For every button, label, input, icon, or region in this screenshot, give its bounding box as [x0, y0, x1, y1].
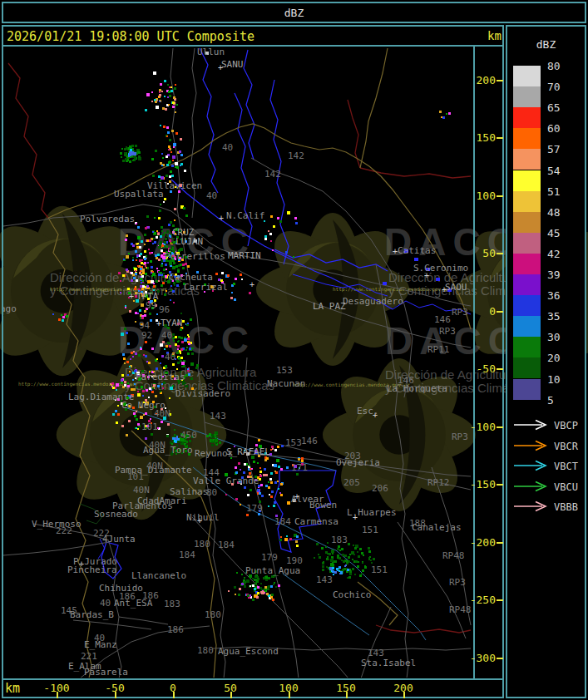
map-label: 146 — [398, 376, 414, 385]
map-label: Bowen — [309, 500, 337, 510]
x-axis-tick — [403, 692, 405, 698]
right-axis: 200150100500-50-100-150-200-250-300 — [474, 45, 504, 679]
legend-arrow-row: VBCU — [512, 481, 587, 494]
legend-arrow-label: VBCU — [554, 481, 578, 493]
map-label: Pareditas — [136, 372, 185, 382]
y-axis-tick — [497, 195, 503, 197]
map-label: L.Huarpes — [347, 508, 397, 517]
map-label-layer: UllunSANU14214240N.CalifVillavicenUspall… — [3, 47, 472, 678]
y-axis-tick — [497, 484, 503, 486]
dbz-swatch-20 — [513, 357, 541, 378]
map-label: Carrizal — [184, 283, 228, 292]
map-label: 143 — [368, 648, 384, 658]
map-label: 4Junta — [102, 535, 136, 544]
dbz-swatch-48 — [513, 212, 541, 233]
map-label: 40 — [100, 599, 111, 608]
dbz-scale-label: 45 — [547, 227, 561, 239]
dbz-swatch-57 — [513, 149, 541, 170]
x-axis-tick — [289, 692, 290, 698]
y-axis-tick — [497, 658, 503, 659]
dbz-scale-label: 65 — [547, 101, 561, 114]
map-label: Cochico — [333, 590, 371, 599]
legend-arrow-label: VBCT — [554, 461, 578, 472]
map-label: N.Calif — [226, 211, 264, 220]
y-axis-tick — [497, 542, 503, 544]
map-label: S.Geronimo — [413, 264, 468, 273]
map-label: 40 — [206, 191, 217, 200]
map-label: Valle Grande — [193, 476, 259, 486]
map-label: 96 — [159, 305, 170, 314]
map-label: Ant_ESA — [114, 599, 152, 608]
map-label: RP3 — [452, 432, 468, 441]
map-label: MARTIN — [228, 251, 261, 260]
dbz-swatch-51 — [513, 191, 541, 212]
map-label: Uspallata — [114, 190, 164, 199]
dbz-color-scale: 807065605754514845423936353020105 — [507, 27, 585, 459]
vector-arrow-legend: VBCP VBCR VBCT VBCU VBBB — [507, 409, 585, 559]
legend-arrow-row: VBCT — [512, 460, 587, 473]
map-label: 142 — [264, 170, 281, 179]
map-label: 153 — [285, 438, 302, 447]
map-label: Pincheira — [67, 565, 117, 574]
x-axis-tick — [173, 692, 175, 698]
dbz-scale-label: 57 — [547, 143, 561, 155]
map-label: RP3 — [449, 578, 466, 587]
map-label: 40N — [154, 409, 170, 418]
map-label: 180 — [205, 610, 221, 619]
vbcu-arrow-icon — [512, 481, 551, 492]
dbz-swatch-60 — [513, 128, 541, 149]
map-label: 80 — [206, 488, 217, 497]
map-label: 184 — [179, 550, 195, 560]
dbz-swatch-35 — [513, 316, 541, 337]
map-label: 151 — [371, 565, 388, 574]
map-label: 94 — [139, 321, 150, 330]
y-axis-tick-label: 50 — [467, 247, 496, 259]
map-label: Ovejeria — [336, 458, 380, 467]
map-label: TYAN — [161, 318, 183, 328]
radar-map-plot[interactable]: +++++++++++++ UllunSANU14214240N.CalifVi… — [3, 47, 472, 678]
y-axis-tick-label: -200 — [467, 536, 496, 549]
map-label: 99 — [146, 301, 156, 310]
map-label: 153 — [276, 366, 293, 375]
y-axis-tick-label: 150 — [467, 131, 496, 144]
vbcp-arrow-icon — [512, 419, 551, 431]
map-label: Nihuil — [186, 513, 220, 522]
map-label: 92 — [141, 331, 152, 340]
dbz-scale-label: 48 — [547, 206, 561, 219]
map-label: 180 — [197, 646, 214, 655]
y-axis-tick-label: 200 — [467, 74, 496, 86]
vbcr-arrow-icon — [512, 440, 551, 451]
map-label: 221 — [81, 652, 97, 661]
map-label: 184 — [218, 540, 235, 550]
y-axis-tick-label: 100 — [467, 190, 496, 202]
map-label: 222 — [56, 526, 72, 535]
legend-arrow-label: VBCP — [554, 420, 578, 431]
map-label: Sta.Isabel — [361, 658, 416, 668]
dbz-scale-label: 51 — [547, 185, 561, 198]
map-label: 183 — [331, 535, 348, 545]
map-label: Agua_Toro — [143, 446, 193, 455]
x-axis-tick — [115, 692, 116, 698]
y-axis-tick-label: -50 — [467, 362, 496, 375]
dbz-swatch-65 — [513, 107, 541, 128]
legend-arrow-row: VBCR — [512, 440, 587, 453]
map-label: 146 — [434, 315, 451, 324]
map-label: Catitas — [398, 246, 436, 255]
map-label: RP3 — [452, 308, 468, 317]
map-label: 101 — [141, 422, 158, 431]
y-axis-tick — [497, 426, 503, 428]
dbz-scale-label: 10 — [547, 373, 561, 386]
map-label: 206 — [372, 484, 388, 493]
map-label: Punta_Agua — [245, 566, 300, 575]
dbz-scale-label: 80 — [547, 60, 561, 72]
radar-app-window: dBZ DACCDACCDACCDACCDirecció — [0, 0, 588, 700]
timestamp: 2026/01/21 19:08:00 UTC Composite — [7, 29, 254, 44]
x-axis-tick — [230, 692, 232, 698]
map-label: 40 — [165, 352, 175, 362]
dbz-swatch-10 — [513, 379, 541, 400]
map-label: Desaguadero — [343, 297, 403, 306]
map-label: LA PAZ — [313, 302, 346, 311]
map-label: 184 — [274, 517, 291, 526]
map-label: RP3 — [439, 327, 456, 336]
dbz-swatch-30 — [513, 337, 541, 357]
